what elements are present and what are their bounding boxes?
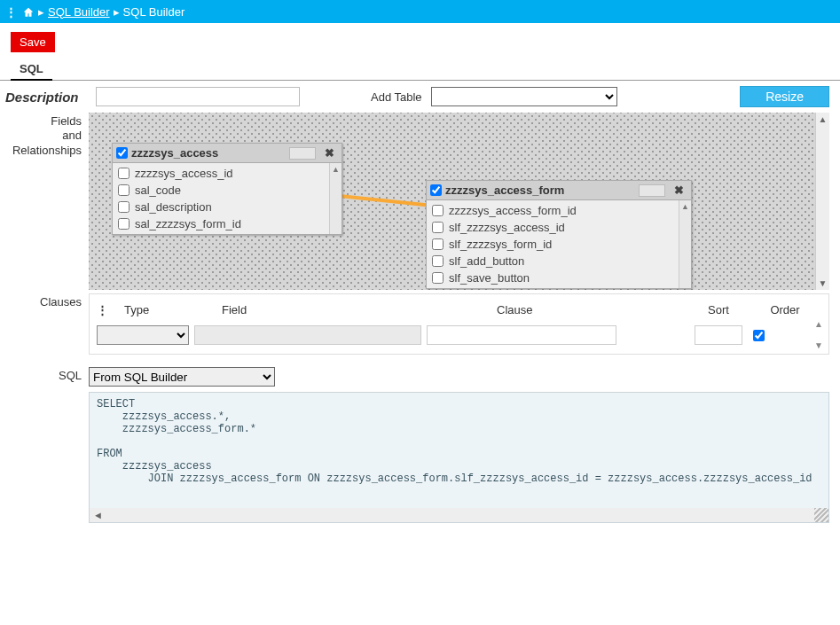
tabs: SQL [0, 58, 840, 81]
sql-textarea-wrap: SELECT zzzzsys_access.*, zzzzsys_access_… [89, 392, 829, 523]
column-checkbox[interactable] [118, 218, 130, 230]
add-table-label: Add Table [371, 90, 422, 104]
sql-label: SQL [0, 367, 89, 523]
clauses-scrollbar[interactable]: ▲ ▼ [813, 319, 825, 350]
clause-clause-input[interactable] [427, 325, 616, 345]
clause-field-input[interactable] [194, 325, 421, 345]
col-field: Field [222, 303, 444, 316]
toolbar: Save [0, 23, 840, 58]
column-checkbox[interactable] [432, 222, 444, 233]
clauses-menu-icon[interactable]: ⋮ [97, 303, 108, 316]
table-scrollbar[interactable]: ▲ [679, 200, 691, 288]
column-checkbox[interactable] [432, 238, 444, 250]
description-input[interactable] [96, 87, 300, 106]
column-checkbox[interactable] [118, 184, 130, 196]
table-header[interactable]: zzzzsys_access✖ [113, 144, 341, 163]
section-clauses: Clauses ⋮ Type Field Clause Sort Order ▲ [0, 293, 840, 358]
column-name: slf_add_button [449, 254, 524, 268]
col-clause: Clause [497, 303, 683, 316]
section-sql: SQL From SQL Builder SELECT zzzzsys_acce… [0, 367, 840, 527]
tab-sql[interactable]: SQL [11, 59, 52, 81]
table-column[interactable]: sal_zzzzsys_form_id [113, 215, 329, 232]
scroll-up-icon[interactable]: ▲ [332, 163, 340, 174]
table-column[interactable]: slf_zzzzsys_form_id [427, 236, 679, 253]
scroll-down-icon[interactable]: ▼ [819, 277, 828, 290]
table-title: zzzzsys_access_form [445, 184, 639, 197]
column-checkbox[interactable] [118, 201, 130, 213]
breadcrumb-link[interactable]: SQL Builder [48, 5, 110, 19]
table-body: zzzzsys_access_idsal_codesal_description… [113, 163, 341, 234]
table-spacer-box [639, 184, 665, 197]
menu-icon[interactable]: ⋮ [5, 5, 17, 19]
column-name: sal_zzzzsys_form_id [135, 217, 241, 230]
canvas-scrollbar[interactable]: ▲ ▼ [815, 113, 829, 290]
table-column[interactable]: zzzzsys_access_form_id [427, 202, 679, 219]
crumb-sep: ▸ [114, 5, 120, 19]
column-checkbox[interactable] [118, 168, 130, 179]
resize-button[interactable]: Resize [740, 86, 829, 107]
column-name: slf_zzzzsys_form_id [449, 238, 552, 251]
scroll-left-icon[interactable]: ◄ [93, 510, 103, 520]
crumb-sep: ▸ [38, 5, 44, 19]
table-spacer-box [289, 147, 316, 160]
table-window[interactable]: zzzzsys_access✖zzzzsys_access_idsal_code… [112, 143, 342, 235]
col-type: Type [124, 303, 222, 316]
col-sort: Sort [683, 303, 754, 316]
clause-row-checkbox[interactable] [753, 330, 765, 341]
clause-row [97, 325, 821, 345]
column-checkbox[interactable] [432, 272, 444, 284]
close-icon[interactable]: ✖ [321, 146, 338, 160]
col-order: Order [754, 303, 816, 316]
column-checkbox[interactable] [432, 255, 444, 267]
table-column[interactable]: zzzzsys_access_id [113, 165, 329, 182]
table-header[interactable]: zzzzsys_access_form✖ [427, 181, 691, 200]
table-column[interactable]: sal_description [113, 199, 329, 215]
add-table-select[interactable] [431, 87, 617, 106]
resize-handle-icon[interactable] [814, 508, 828, 522]
column-name: zzzzsys_access_form_id [449, 204, 577, 217]
relationship-canvas[interactable]: zzzzsys_access✖zzzzsys_access_idsal_code… [89, 113, 815, 290]
section-fields: Fields and Relationships zzzzsys_access✖… [0, 113, 840, 293]
table-column[interactable]: slf_zzzzsys_access_id [427, 219, 679, 236]
home-icon[interactable] [22, 4, 35, 19]
clauses-box: ⋮ Type Field Clause Sort Order ▲ ▼ [89, 293, 829, 355]
scroll-down-icon[interactable]: ▼ [814, 340, 823, 350]
clause-order-input[interactable] [695, 325, 742, 345]
table-title: zzzzsys_access [131, 146, 289, 160]
sql-hscrollbar[interactable]: ◄ ► [90, 508, 828, 522]
scroll-up-icon[interactable]: ▲ [814, 319, 823, 329]
column-checkbox[interactable] [432, 205, 444, 216]
form-row: Description Add Table Resize [0, 81, 840, 113]
column-name: slf_zzzzsys_access_id [449, 221, 565, 234]
table-column[interactable]: slf_add_button [427, 253, 679, 270]
table-body: zzzzsys_access_form_idslf_zzzzsys_access… [427, 200, 691, 288]
save-button[interactable]: Save [11, 32, 55, 52]
scroll-up-icon[interactable]: ▲ [681, 200, 689, 211]
close-icon[interactable]: ✖ [671, 184, 687, 197]
table-window[interactable]: zzzzsys_access_form✖zzzzsys_access_form_… [426, 180, 692, 289]
description-label: Description [5, 90, 89, 105]
topbar: ⋮ ▸ SQL Builder ▸ SQL Builder [0, 0, 840, 23]
clauses-label: Clauses [0, 293, 89, 355]
table-select-checkbox[interactable] [116, 147, 128, 159]
column-name: zzzzsys_access_id [135, 167, 233, 180]
column-name: sal_description [135, 200, 212, 214]
table-column[interactable]: slf_save_button [427, 270, 679, 286]
scroll-up-icon[interactable]: ▲ [819, 113, 828, 126]
sql-source-select[interactable]: From SQL Builder [89, 367, 275, 387]
table-select-checkbox[interactable] [430, 184, 442, 196]
table-scrollbar[interactable]: ▲ [329, 163, 341, 234]
fields-label: Fields and Relationships [0, 113, 89, 290]
clause-type-select[interactable] [97, 325, 189, 345]
clauses-header: ⋮ Type Field Clause Sort Order [97, 300, 821, 325]
sql-textarea[interactable]: SELECT zzzzsys_access.*, zzzzsys_access_… [90, 393, 828, 508]
column-name: slf_save_button [449, 271, 530, 285]
breadcrumb-current: SQL Builder [123, 5, 185, 19]
column-name: sal_code [135, 184, 181, 197]
table-column[interactable]: sal_code [113, 182, 329, 199]
